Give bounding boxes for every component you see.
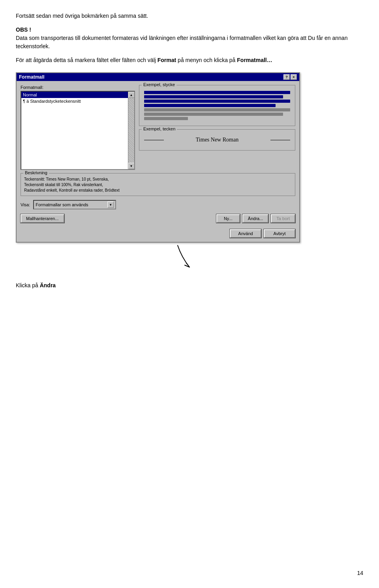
- andra-button[interactable]: Ändra...: [242, 214, 269, 223]
- text-line-1: [144, 91, 290, 94]
- beskrivning-group: Beskrivning Teckensnitt: Times New Roman…: [21, 173, 295, 196]
- underline-left: [144, 140, 164, 140]
- right-panel: Exempel, stycke: [139, 85, 295, 170]
- select-dropdown-arrow[interactable]: ▼: [107, 202, 114, 208]
- beskrivning-content: Teckensnitt: Times New Roman, 10 pt, Sve…: [24, 177, 292, 193]
- text-line-2: [144, 95, 283, 98]
- avbryt-button[interactable]: Avbryt: [264, 229, 295, 238]
- exempel-stycke-content: [143, 88, 292, 123]
- button-row-1: Mallhanteraren... Ny... Ändra... Ta bort: [21, 213, 295, 224]
- anvand-button[interactable]: Använd: [230, 229, 261, 238]
- beskrivning-label: Beskrivning: [23, 170, 49, 175]
- text-line-6: [144, 113, 283, 116]
- exempel-stycke-label: Exempel, stycke: [142, 82, 176, 87]
- dialog-close-button[interactable]: ×: [291, 74, 297, 80]
- text-line-3: [144, 100, 290, 103]
- formatmall-dialog: Formatmall ? × Formatmall: Normal: [16, 72, 300, 243]
- action-text-before: För att åtgärda detta så markera fältet …: [16, 57, 158, 63]
- scroll-track: [128, 98, 134, 163]
- exempel-tecken-group: Exempel, tecken Times New Roman: [139, 129, 295, 151]
- footer-text-before: Klicka på: [16, 282, 40, 288]
- visa-label: Visa:: [21, 202, 30, 207]
- dialog-help-button[interactable]: ?: [283, 74, 290, 80]
- dialog-title-buttons: ? ×: [283, 74, 297, 80]
- dialog-title: Formatmall: [19, 74, 45, 80]
- exempel-stycke-group: Exempel, stycke: [139, 85, 295, 126]
- list-item-standard[interactable]: ¶ ä Standardstycketeckensnitt: [21, 98, 128, 104]
- page-number: 14: [357, 570, 363, 576]
- formatmall-panel-label: Formatmall:: [21, 85, 135, 90]
- left-panel: Formatmall: Normal ¶ ä Standardstycketec…: [21, 85, 135, 170]
- visa-select[interactable]: Formatmallar som används ▼: [33, 200, 116, 209]
- intro-text: Fortsätt sedan med övriga bokmärken på s…: [16, 12, 363, 20]
- text-line-4: [144, 104, 276, 107]
- dialog-titlebar: Formatmall ? ×: [17, 73, 299, 81]
- list-item-normal[interactable]: Normal: [21, 92, 128, 98]
- dialog-body: Formatmall: Normal ¶ ä Standardstycketec…: [17, 81, 299, 242]
- action-format-label: Format: [158, 57, 176, 63]
- mallhanteraren-button[interactable]: Mallhanteraren...: [21, 214, 64, 223]
- obs-block: OBS ! Data som transporteras till dokume…: [16, 26, 363, 51]
- footer-text: Klicka på Ändra: [16, 282, 363, 288]
- visa-row: Visa: Formatmallar som används ▼: [21, 200, 295, 209]
- ny-button[interactable]: Ny...: [216, 214, 240, 223]
- list-scrollbar: ▲ ▼: [128, 92, 134, 169]
- exempel-tecken-label: Exempel, tecken: [142, 126, 177, 131]
- action-text-middle: på menyn och klicka på: [176, 57, 237, 63]
- underline-right: [270, 140, 290, 140]
- formatmall-list[interactable]: Normal ¶ ä Standardstycketeckensnitt ▲ ▼: [21, 91, 135, 170]
- button-row-2: Använd Avbryt: [21, 229, 295, 238]
- dialog-wrapper: Formatmall ? × Formatmall: Normal: [16, 72, 363, 243]
- action-formatmall-label: Formatmall…: [237, 57, 272, 63]
- scroll-up-arrow[interactable]: ▲: [128, 92, 135, 98]
- font-name-display: Times New Roman: [196, 137, 238, 143]
- text-line-7: [144, 117, 188, 120]
- text-line-5: [144, 108, 290, 111]
- obs-text: Data som transporteras till dokumentet f…: [16, 35, 347, 49]
- ta-bort-button[interactable]: Ta bort: [271, 214, 295, 223]
- scroll-down-arrow[interactable]: ▼: [128, 163, 135, 169]
- dialog-main-row: Formatmall: Normal ¶ ä Standardstycketec…: [21, 85, 295, 170]
- exempel-tecken-content: Times New Roman: [143, 132, 292, 148]
- visa-select-value: Formatmallar som används: [36, 202, 88, 207]
- obs-label: OBS !: [16, 26, 31, 33]
- footer-andra-label: Ändra: [40, 282, 56, 288]
- beskrivning-text: Teckensnitt: Times New Roman, 10 pt, Sve…: [24, 177, 120, 192]
- arrow-annotation: [170, 241, 201, 274]
- action-text: För att åtgärda detta så markera fältet …: [16, 56, 363, 64]
